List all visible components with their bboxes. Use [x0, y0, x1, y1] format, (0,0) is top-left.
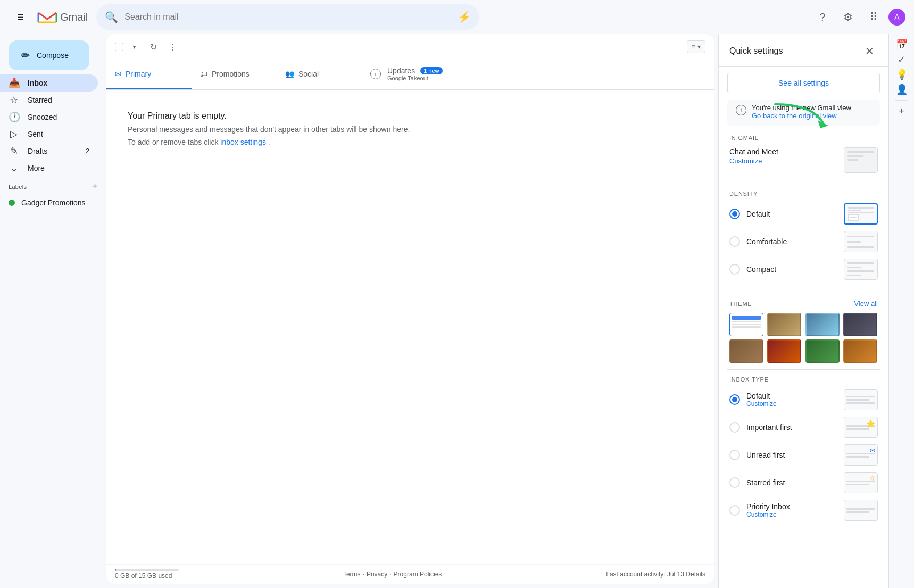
filter-icon[interactable]: ⚡ [458, 11, 471, 23]
tab-social[interactable]: 👥 Social [277, 60, 362, 89]
theme-default-lines [732, 321, 761, 328]
details-link[interactable]: Details [686, 570, 705, 578]
last-activity-text: Last account activity: Jul 13 [606, 570, 684, 578]
gmail-view-text-wrap: You're using the new Gmail view Go back … [752, 104, 851, 120]
inbox-label-default: Default [746, 392, 837, 400]
density-option-default[interactable]: Default [729, 203, 878, 225]
inbox-tabs: ✉ Primary 🏷 Promotions 👥 Social i Update… [106, 60, 714, 90]
apps-button[interactable]: ⠿ [863, 6, 884, 28]
menu-icon[interactable]: ☰ [9, 0, 32, 34]
density-option-comfortable[interactable]: Comfortable [729, 231, 878, 252]
search-input[interactable] [124, 12, 451, 22]
density-label-default: Default [746, 210, 837, 218]
select-checkbox[interactable] [115, 43, 123, 51]
inbox-option-important-first[interactable]: Important first ⭐ [729, 417, 878, 438]
updates-badge: 1 new [420, 67, 442, 74]
settings-button[interactable]: ⚙ [837, 6, 859, 28]
inbox-label-important-first: Important first [746, 423, 837, 432]
inbox-option-default[interactable]: Default Customize [729, 389, 878, 410]
inbox-label-wrap-unread: Unread first [746, 451, 837, 459]
inbox-label-starred-first: Starred first [746, 478, 837, 487]
tab-primary[interactable]: ✉ Primary [106, 60, 192, 89]
terms-link[interactable]: Terms [343, 570, 361, 578]
theme-mountains[interactable] [767, 313, 801, 336]
tab-promotions[interactable]: 🏷 Promotions [192, 60, 277, 89]
dp-line-c3 [847, 246, 874, 248]
inbox-preview-important: ⭐ [844, 417, 878, 438]
density-radio-compact [729, 264, 740, 275]
sidebar-item-snoozed[interactable]: 🕐 Snoozed [0, 109, 98, 126]
sort-button[interactable]: ≡ ▾ [687, 40, 705, 53]
tab-promotions-label: Promotions [212, 70, 250, 78]
compose-button[interactable]: ✏ Compose [9, 40, 89, 70]
add-label-button[interactable]: + [92, 181, 98, 192]
preview-line-2 [847, 155, 863, 157]
inbox-preview-unread: ✉ [844, 444, 878, 466]
qs-chat-meet-customize[interactable]: Customize [729, 157, 778, 165]
qs-title: Quick settings [729, 46, 783, 56]
theme-view-all-link[interactable]: View all [854, 300, 878, 308]
sidebar-item-sent[interactable]: ▷ Sent [0, 126, 98, 143]
inbox-option-priority-inbox[interactable]: Priority Inbox Customize [729, 500, 878, 521]
theme-default[interactable] [729, 313, 763, 336]
gmail-view-info: i You're using the new Gmail view Go bac… [727, 100, 880, 126]
content-wrapper: ✏ Compose 📥 Inbox ☆ Starred 🕐 Snoozed ▷ … [0, 34, 914, 588]
theme-forest[interactable] [805, 339, 840, 363]
theme-wood[interactable] [729, 339, 763, 363]
density-option-compact[interactable]: Compact [729, 259, 878, 280]
theme-autumn[interactable] [843, 339, 877, 363]
inbox-customize-default[interactable]: Customize [746, 400, 837, 408]
tab-updates[interactable]: i Updates 1 new Google Takeout [362, 60, 479, 89]
right-sidebar-icon-calendar[interactable]: 📅 [895, 38, 908, 51]
avatar[interactable]: A [888, 9, 905, 26]
more-options-button[interactable]: ⋮ [164, 38, 181, 55]
sidebar-item-snoozed-label: Snoozed [28, 113, 57, 121]
refresh-button[interactable]: ↻ [145, 38, 162, 55]
tab-primary-icon: ✉ [115, 70, 121, 78]
more-icon: ⌄ [9, 162, 19, 174]
go-back-link[interactable]: Go back to the original view [752, 112, 851, 120]
right-sidebar-icon-keep[interactable]: 💡 [895, 68, 908, 81]
right-sidebar-icon-contacts[interactable]: 👤 [895, 83, 908, 96]
sidebar-item-inbox-label: Inbox [28, 79, 47, 87]
inbox-settings-link[interactable]: inbox settings [220, 138, 266, 146]
inbox-label-wrap-starred: Starred first [746, 478, 837, 487]
sidebar-item-starred-label: Starred [28, 96, 52, 104]
right-sidebar-icon-tasks[interactable]: ✓ [895, 53, 908, 66]
sidebar-item-gadget-promotions[interactable]: Gadget Promotions [0, 194, 98, 211]
footer-sep1: · [363, 570, 364, 578]
qs-theme-section: THEME View all [719, 293, 888, 369]
empty-title: Your Primary tab is empty. [128, 111, 227, 121]
dp-line-c2 [847, 241, 861, 243]
qs-close-button[interactable]: ✕ [861, 43, 878, 60]
compose-label: Compose [37, 51, 69, 60]
labels-title: Labels [9, 184, 27, 190]
right-sidebar-icon-add[interactable]: + [895, 105, 908, 118]
empty-link-prefix: To add or remove tabs click [128, 138, 220, 146]
see-all-settings-button[interactable]: See all settings [727, 73, 880, 93]
theme-fire[interactable] [767, 339, 801, 363]
label-gadget-promotions-text: Gadget Promotions [21, 198, 86, 207]
topbar: ☰ Gmail 🔍 ⚡ ? ⚙ ⠿ A [0, 0, 914, 34]
privacy-link[interactable]: Privacy [367, 570, 387, 578]
inbox-option-starred-first[interactable]: Starred first ☆ [729, 472, 878, 493]
inbox-option-unread-first[interactable]: Unread first ✉ [729, 444, 878, 466]
program-policies-link[interactable]: Program Policies [394, 570, 442, 578]
theme-seascape[interactable] [805, 313, 840, 336]
sidebar-item-inbox[interactable]: 📥 Inbox [0, 74, 98, 92]
qs-density-section: DENSITY Default Comfortable [719, 184, 888, 293]
sidebar-item-starred[interactable]: ☆ Starred [0, 92, 98, 109]
email-toolbar: ▾ ↻ ⋮ ≡ ▾ [106, 34, 714, 60]
storage-text: 0 GB of 15 GB used [115, 572, 179, 579]
inbox-customize-priority[interactable]: Customize [746, 511, 837, 518]
sidebar-item-more[interactable]: ⌄ More [0, 160, 98, 177]
storage-bar [115, 569, 179, 571]
theme-dark[interactable] [843, 313, 877, 336]
sidebar-item-drafts[interactable]: ✎ Drafts 2 [0, 143, 98, 160]
footer-left: 0 GB of 15 GB used [115, 569, 179, 579]
right-sidebar-divider [895, 100, 908, 101]
select-dropdown-button[interactable]: ▾ [126, 38, 143, 55]
search-bar[interactable]: 🔍 ⚡ [96, 4, 479, 30]
density-radio-comfortable [729, 236, 740, 247]
help-button[interactable]: ? [812, 6, 833, 28]
